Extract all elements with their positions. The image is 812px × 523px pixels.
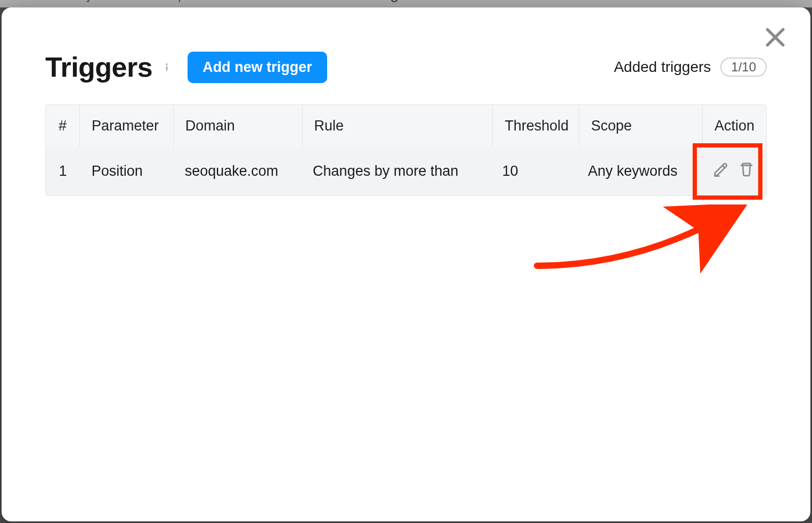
title-wrap: Triggers — [45, 51, 172, 83]
trash-icon — [738, 161, 754, 181]
cell-num: 1 — [46, 147, 80, 195]
triggers-table: # Parameter Domain Rule Threshold Scope … — [45, 104, 767, 196]
svg-rect-3 — [166, 66, 168, 71]
cell-threshold: 10 — [491, 147, 576, 195]
table-header-row: # Parameter Domain Rule Threshold Scope … — [46, 105, 766, 147]
cell-action — [699, 147, 766, 195]
cell-domain: seoquake.com — [173, 147, 301, 195]
annotation-arrow — [529, 205, 753, 279]
cell-scope: Any keywords — [576, 147, 699, 195]
modal-title: Triggers — [45, 51, 152, 83]
edit-trigger-button[interactable] — [713, 164, 729, 179]
cell-rule: Changes by more than — [301, 147, 490, 195]
delete-trigger-button[interactable] — [738, 164, 754, 179]
cell-parameter: Position — [80, 147, 173, 195]
action-icons — [711, 164, 754, 179]
col-header-domain: Domain — [174, 105, 303, 147]
added-triggers-label: Added triggers — [614, 59, 711, 76]
col-header-num: # — [46, 105, 80, 147]
col-header-action: Action — [703, 105, 766, 147]
add-new-trigger-button[interactable]: Add new trigger — [188, 52, 327, 83]
pencil-icon — [713, 161, 729, 181]
triggers-modal: Triggers Add new trigger Added triggers … — [2, 7, 810, 521]
header-right: Added triggers 1/10 — [614, 58, 767, 77]
close-button[interactable] — [764, 26, 787, 49]
col-header-scope: Scope — [579, 105, 703, 147]
col-header-threshold: Threshold — [493, 105, 579, 147]
svg-point-2 — [166, 63, 168, 65]
col-header-rule: Rule — [303, 105, 493, 147]
info-icon[interactable] — [162, 60, 172, 75]
triggers-count-badge: 1/10 — [720, 58, 767, 77]
close-icon — [764, 42, 787, 51]
modal-header: Triggers Add new trigger Added triggers … — [2, 7, 810, 83]
header-left: Triggers Add new trigger — [45, 51, 327, 83]
col-header-parameter: Parameter — [80, 105, 174, 147]
table-row: 1 Position seoquake.com Changes by more … — [46, 147, 766, 195]
page-breadcrumb-behind: rd › Projects › seoquake.com › Position … — [0, 0, 812, 7]
